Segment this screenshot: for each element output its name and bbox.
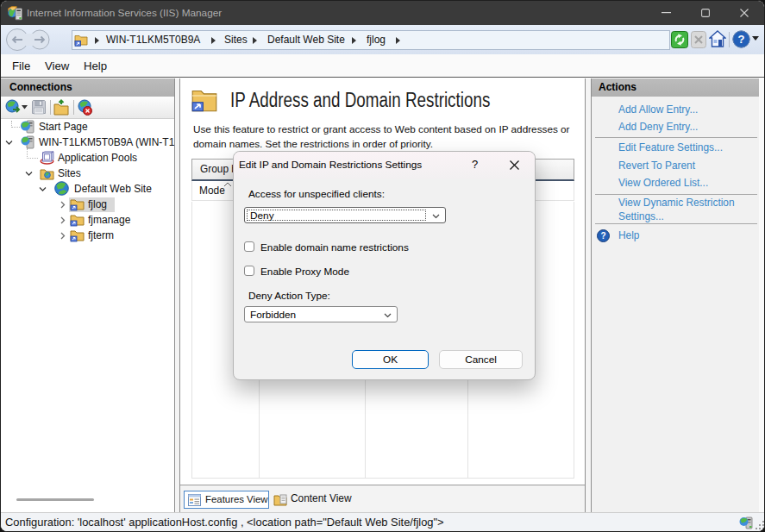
svg-text:?: ? — [600, 231, 605, 241]
svg-text:?: ? — [738, 33, 745, 46]
